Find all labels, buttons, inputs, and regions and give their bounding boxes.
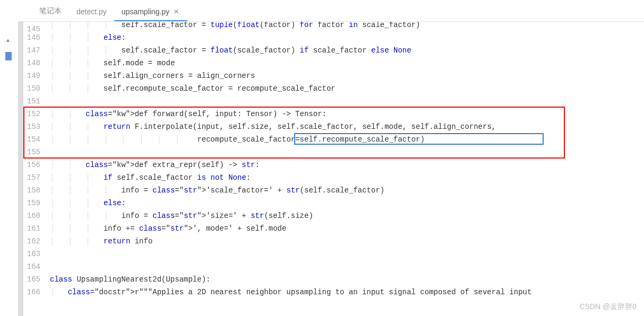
code-content[interactable]: │ │ │ self.align_corners = align_corners bbox=[44, 69, 255, 82]
tab-upsampling[interactable]: upsampling.py ✕ bbox=[114, 2, 187, 21]
code-content[interactable]: │ class="docstr">r"""Applies a 2D neares… bbox=[44, 286, 531, 299]
code-line[interactable]: 147│ │ │ │ self.scale_factor = float(sca… bbox=[23, 44, 644, 57]
code-content[interactable] bbox=[44, 248, 50, 260]
editor-container: ▲ 145│ │ │ │ self.scale_factor = tuple(f… bbox=[0, 21, 644, 316]
code-content[interactable]: │ │ │ return info bbox=[44, 235, 152, 248]
code-line[interactable]: 160│ │ │ │ info = class="str">'size=' + … bbox=[23, 209, 644, 222]
code-content[interactable]: │ │ │ else: bbox=[44, 197, 126, 209]
code-line[interactable]: 153│ │ │ return F.interpolate(input, sel… bbox=[23, 120, 644, 133]
line-number: 164 bbox=[23, 260, 44, 273]
code-line[interactable]: 165class UpsamplingNearest2d(Upsample): bbox=[23, 273, 644, 286]
line-number: 165 bbox=[23, 273, 44, 286]
code-line[interactable]: 155 bbox=[23, 146, 644, 159]
code-content[interactable] bbox=[44, 95, 50, 108]
line-number: 151 bbox=[23, 95, 44, 108]
code-line[interactable]: 158│ │ │ │ info = class="str">'scale_fac… bbox=[23, 184, 644, 197]
code-line[interactable]: 148│ │ │ self.mode = mode bbox=[23, 57, 644, 69]
code-content[interactable] bbox=[44, 260, 50, 273]
line-number: 148 bbox=[23, 57, 44, 69]
code-content[interactable]: │ │ │ else: bbox=[44, 31, 126, 44]
scroll-up-icon[interactable]: ▲ bbox=[5, 37, 11, 43]
code-content[interactable]: │ │ │ self.recompute_scale_factor = reco… bbox=[44, 82, 336, 95]
code-line[interactable]: 152│ │ class="kw">def forward(self, inpu… bbox=[23, 108, 644, 120]
code-content[interactable]: │ │ │ self.mode = mode bbox=[44, 57, 175, 69]
code-content[interactable]: │ │ │ │ self.scale_factor = tuple(float(… bbox=[44, 22, 420, 31]
line-number: 158 bbox=[23, 184, 44, 197]
code-content[interactable]: │ │ class="kw">def forward(self, input: … bbox=[44, 108, 327, 120]
code-line[interactable]: 156│ │ class="kw">def extra_repr(self) -… bbox=[23, 159, 644, 171]
line-number: 150 bbox=[23, 82, 44, 95]
code-editor[interactable]: 145│ │ │ │ self.scale_factor = tuple(flo… bbox=[23, 21, 644, 316]
code-content[interactable]: │ │ │ return F.interpolate(input, self.s… bbox=[44, 120, 496, 133]
code-line[interactable]: 149│ │ │ self.align_corners = align_corn… bbox=[23, 69, 644, 82]
code-content[interactable]: │ │ │ │ info = class="str">'scale_factor… bbox=[44, 184, 384, 197]
code-content[interactable]: │ │ │ │ │ │ │ │ recompute_scale_factor=s… bbox=[44, 133, 425, 146]
tab-bar: 笔记本 detect.py upsampling.py ✕ bbox=[0, 0, 644, 21]
line-number: 166 bbox=[23, 286, 44, 299]
code-content[interactable]: │ │ │ │ self.scale_factor = float(scale_… bbox=[44, 44, 411, 57]
code-content[interactable] bbox=[44, 146, 50, 159]
code-line[interactable]: 157│ │ │ if self.scale_factor is not Non… bbox=[23, 171, 644, 184]
code-content[interactable]: class UpsamplingNearest2d(Upsample): bbox=[44, 273, 210, 286]
line-number: 159 bbox=[23, 197, 44, 209]
code-content[interactable]: │ │ class="kw">def extra_repr(self) -> s… bbox=[44, 159, 260, 171]
watermark-text: CSDN @蓝胖胖0 bbox=[579, 302, 637, 312]
tab-notebook[interactable]: 笔记本 bbox=[32, 1, 69, 21]
line-number: 157 bbox=[23, 171, 44, 184]
line-number: 154 bbox=[23, 133, 44, 146]
code-line[interactable]: 151 bbox=[23, 95, 644, 108]
line-number: 160 bbox=[23, 209, 44, 222]
code-line[interactable]: 145│ │ │ │ self.scale_factor = tuple(flo… bbox=[23, 22, 644, 31]
line-number: 149 bbox=[23, 69, 44, 82]
line-number: 162 bbox=[23, 235, 44, 248]
code-line[interactable]: 163 bbox=[23, 248, 644, 260]
line-number: 152 bbox=[23, 108, 44, 120]
code-content[interactable]: │ │ │ if self.scale_factor is not None: bbox=[44, 171, 251, 184]
line-number: 155 bbox=[23, 146, 44, 159]
code-content[interactable]: │ │ │ │ info = class="str">'size=' + str… bbox=[44, 209, 313, 222]
line-number: 147 bbox=[23, 44, 44, 57]
line-number: 163 bbox=[23, 248, 44, 260]
minimap-edge bbox=[18, 21, 23, 316]
code-line[interactable]: 150│ │ │ self.recompute_scale_factor = r… bbox=[23, 82, 644, 95]
line-number: 161 bbox=[23, 222, 44, 235]
code-line[interactable]: 162│ │ │ return info bbox=[23, 235, 644, 248]
code-view[interactable]: 145│ │ │ │ self.scale_factor = tuple(flo… bbox=[23, 22, 644, 299]
close-icon[interactable]: ✕ bbox=[173, 8, 180, 15]
line-number: 145 bbox=[23, 22, 44, 31]
code-content[interactable]: │ │ │ info += class="str">', mode=' + se… bbox=[44, 222, 286, 235]
code-line[interactable]: 146│ │ │ else: bbox=[23, 31, 644, 44]
code-line[interactable]: 166│ class="docstr">r"""Applies a 2D nea… bbox=[23, 286, 644, 299]
code-line[interactable]: 154│ │ │ │ │ │ │ │ recompute_scale_facto… bbox=[23, 133, 644, 146]
code-line[interactable]: 161│ │ │ info += class="str">', mode=' +… bbox=[23, 222, 644, 235]
sidebar-gutter: ▲ bbox=[0, 21, 18, 316]
code-line[interactable]: 164 bbox=[23, 260, 644, 273]
tab-detect[interactable]: detect.py bbox=[69, 2, 114, 21]
line-number: 146 bbox=[23, 31, 44, 44]
line-number: 156 bbox=[23, 159, 44, 171]
bookmark-marker[interactable] bbox=[5, 52, 12, 60]
line-number: 153 bbox=[23, 120, 44, 133]
code-line[interactable]: 159│ │ │ else: bbox=[23, 197, 644, 209]
